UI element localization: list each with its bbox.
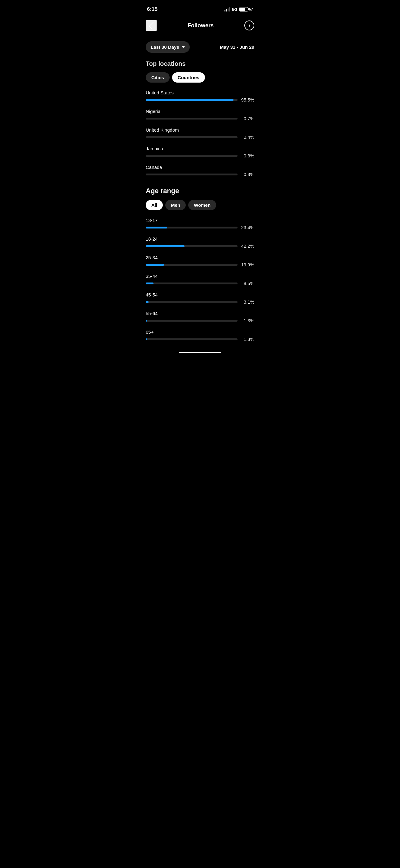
bar-track (146, 99, 237, 101)
age-range-title: Age range (146, 187, 254, 195)
list-item: 45-54 3.1% (146, 292, 254, 305)
bar-row: 0.3% (146, 153, 254, 158)
date-filter-button[interactable]: Last 30 Days (146, 41, 190, 53)
top-locations-title: Top locations (146, 60, 254, 67)
location-name: United States (146, 90, 254, 95)
back-arrow-icon (149, 22, 156, 29)
bar-fill (146, 136, 146, 138)
bar-track (146, 338, 237, 340)
bar-fill (146, 264, 164, 266)
list-item: Nigeria 0.7% (146, 108, 254, 121)
gender-tab-switcher: All Men Women (146, 200, 254, 210)
date-filter-label: Last 30 Days (151, 44, 179, 50)
bar-fill (146, 338, 147, 340)
status-time: 6:15 (147, 6, 158, 12)
bar-track (146, 301, 237, 303)
tab-countries[interactable]: Countries (172, 72, 205, 83)
age-range-section: Age range All Men Women 13-17 23.4% (146, 187, 254, 342)
bar-track (146, 118, 237, 120)
age-label: 18-24 (146, 236, 254, 242)
main-content: Last 30 Days May 31 - Jun 29 Top locatio… (139, 36, 261, 342)
bar-track (146, 282, 237, 284)
bar-fill (146, 245, 185, 247)
location-name: United Kingdom (146, 127, 254, 132)
list-item: United Kingdom 0.4% (146, 127, 254, 140)
countries-list: United States 95.5% Nigeria 0.7% (146, 90, 254, 177)
bar-track (146, 174, 237, 176)
bar-row: 0.7% (146, 116, 254, 121)
bar-pct: 8.5% (241, 281, 254, 286)
bar-pct: 1.3% (241, 337, 254, 342)
page-title: Followers (188, 22, 214, 29)
list-item: 65+ 1.3% (146, 330, 254, 342)
home-indicator (139, 348, 261, 356)
bar-row: 0.4% (146, 134, 254, 140)
date-range-text: May 31 - Jun 29 (220, 44, 254, 50)
bar-pct: 19.9% (241, 262, 254, 267)
age-label: 25-34 (146, 255, 254, 260)
bar-track (146, 227, 237, 228)
bar-fill (146, 227, 167, 228)
info-button[interactable]: i (244, 21, 254, 30)
location-name: Jamaica (146, 146, 254, 151)
bar-pct: 42.2% (241, 243, 254, 249)
date-range-row: Last 30 Days May 31 - Jun 29 (146, 36, 254, 58)
bar-fill (146, 301, 148, 303)
gender-tab-all[interactable]: All (146, 200, 163, 210)
bar-pct: 0.4% (241, 134, 254, 140)
nav-header: Followers i (139, 17, 261, 36)
bar-fill (146, 282, 154, 284)
bar-row: 95.5% (146, 97, 254, 102)
list-item: 35-44 8.5% (146, 274, 254, 286)
bar-row: 0.3% (146, 172, 254, 177)
bar-track (146, 245, 237, 247)
bar-track (146, 264, 237, 266)
bar-fill (146, 174, 146, 176)
bar-pct: 23.4% (241, 225, 254, 230)
bar-row: 1.3% (146, 318, 254, 323)
bar-track (146, 136, 237, 138)
gender-tab-women[interactable]: Women (188, 200, 216, 210)
tab-cities[interactable]: Cities (146, 72, 170, 83)
bar-row: 42.2% (146, 243, 254, 249)
location-tab-switcher: Cities Countries (146, 72, 254, 83)
bar-track (146, 155, 237, 157)
bar-row: 1.3% (146, 337, 254, 342)
list-item: Jamaica 0.3% (146, 146, 254, 158)
gender-tab-men[interactable]: Men (165, 200, 186, 210)
chevron-down-icon (182, 46, 185, 48)
battery-icon: 67 (239, 7, 253, 11)
list-item: 25-34 19.9% (146, 255, 254, 267)
bar-track (146, 320, 237, 321)
battery-pct: 67 (249, 7, 253, 11)
home-indicator-bar (179, 352, 221, 353)
bar-fill (146, 320, 147, 321)
location-name: Nigeria (146, 108, 254, 114)
bar-row: 19.9% (146, 262, 254, 267)
age-label: 45-54 (146, 292, 254, 298)
bar-row: 23.4% (146, 225, 254, 230)
bar-pct: 3.1% (241, 299, 254, 305)
signal-bars-icon (225, 7, 230, 11)
list-item: United States 95.5% (146, 90, 254, 102)
list-item: 55-64 1.3% (146, 311, 254, 323)
bar-pct: 95.5% (241, 97, 254, 102)
network-text: 5G (232, 7, 237, 12)
status-icons: 5G 67 (225, 7, 253, 12)
top-locations-section: Top locations Cities Countries United St… (146, 60, 254, 177)
list-item: 18-24 42.2% (146, 236, 254, 249)
list-item: Canada 0.3% (146, 164, 254, 177)
age-label: 55-64 (146, 311, 254, 316)
age-label: 13-17 (146, 218, 254, 223)
bar-row: 3.1% (146, 299, 254, 305)
bar-pct: 1.3% (241, 318, 254, 323)
location-name: Canada (146, 164, 254, 170)
list-item: 13-17 23.4% (146, 218, 254, 230)
bar-fill (146, 118, 146, 120)
back-button[interactable] (146, 20, 157, 31)
status-bar: 6:15 5G 67 (139, 0, 261, 17)
age-label: 35-44 (146, 274, 254, 279)
info-icon: i (249, 23, 250, 28)
bar-pct: 0.3% (241, 153, 254, 158)
bar-pct: 0.3% (241, 172, 254, 177)
